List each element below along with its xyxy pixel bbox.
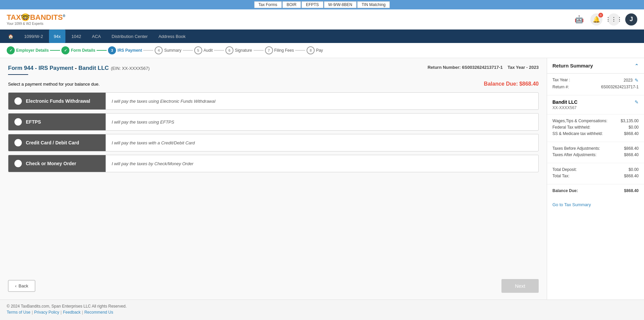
payment-option-eftps[interactable]: EFTPS I will pay the taxes using EFTPS — [8, 113, 539, 131]
total-tax-label: Total Tax: — [552, 174, 569, 178]
nav-1042-label: 1042 — [71, 34, 81, 39]
efw-desc: I will pay the taxes using Electronic Fu… — [106, 93, 538, 109]
check-label-text: Check or Money Order — [26, 161, 76, 166]
nav-distribution[interactable]: Distribution Center — [107, 30, 153, 43]
radio-check — [14, 160, 22, 167]
footer-feedback[interactable]: Feedback — [63, 310, 81, 315]
form-meta: Return Number: 6S0032624213717-1 Tax Yea… — [428, 65, 539, 70]
balance-due-label: Balance Due: — [484, 81, 518, 87]
form-company: Bandit LLC — [78, 65, 109, 71]
tax-year-label: Tax Year - — [507, 65, 528, 70]
payment-option-check[interactable]: Check or Money Order I will pay the taxe… — [8, 155, 539, 172]
step-form-details[interactable]: ✓ Form Details — [61, 46, 95, 54]
nav-1042[interactable]: 1042 — [67, 30, 86, 43]
mascot-icon[interactable]: 🤖 — [573, 13, 585, 26]
sidebar-after-adj-row: Taxes After Adjustments: $868.40 — [552, 152, 639, 157]
back-button[interactable]: ‹ Back — [8, 280, 35, 292]
step-employer[interactable]: ✓ Employer Details — [7, 46, 49, 54]
payment-option-eftps-label: EFTPS — [8, 113, 106, 130]
steps-bar: ✓ Employer Details ✓ Form Details 3 IRS … — [0, 43, 644, 58]
payment-option-efw[interactable]: Electronic Funds Withdrawal I will pay t… — [8, 92, 539, 110]
apps-grid-icon[interactable]: ⋮⋮⋮ — [608, 13, 620, 26]
logo-sub: Your 1099 & W2 Experts — [7, 22, 65, 26]
step-line-7 — [295, 50, 305, 51]
footer-recommend[interactable]: Recommend Us — [84, 310, 113, 315]
before-adj-label: Taxes Before Adjustments: — [552, 146, 600, 151]
step-signature[interactable]: 6 Signature — [225, 46, 252, 54]
balance-label: Balance Due: — [552, 188, 578, 193]
step-line-6 — [254, 50, 264, 51]
logo: TAX🤓BANDITS® Your 1099 & W2 Experts — [7, 13, 65, 26]
wages-label: Wages,Tips & Compensations: — [552, 119, 607, 123]
step-circle-4: 4 — [155, 46, 163, 54]
notifications-icon[interactable]: 🔔 0 — [590, 13, 602, 26]
footer-privacy[interactable]: Privacy Policy — [34, 310, 59, 315]
step-irs-payment[interactable]: 3 IRS Payment — [108, 46, 142, 54]
sidebar-ein: XX-XXXX567 — [552, 105, 578, 110]
sidebar-balance-section: Balance Due: $868.40 — [547, 184, 644, 199]
form-ein: (EIN: XX-XXXX567) — [111, 66, 150, 71]
step-circle-8: 8 — [307, 46, 315, 54]
sidebar-balance-row: Balance Due: $868.40 — [552, 188, 639, 193]
sidebar-federal-row: Federal Tax withheld: $0.00 — [552, 125, 639, 130]
go-to-tax-summary-link[interactable]: Go to Tax Summary — [552, 202, 591, 207]
step-line-2 — [97, 50, 107, 51]
step-filing-fees[interactable]: 7 Filing Fees — [265, 46, 294, 54]
nav-address-label: Address Book — [158, 34, 185, 39]
step-audit[interactable]: 5 Audit — [194, 46, 213, 54]
radio-eftps — [14, 118, 22, 126]
after-adj-label: Taxes After Adjustments: — [552, 152, 596, 157]
payment-header: Select a payment method for your balance… — [8, 81, 539, 87]
form-header: Form 944 - IRS Payment - Bandit LLC(EIN:… — [8, 65, 539, 72]
return-number-label: Return Number: — [428, 65, 461, 70]
return-number-value: 6S0032624213717-1 — [462, 65, 502, 70]
top-nav-w9[interactable]: W-9/W-8BEN — [324, 1, 357, 8]
home-nav-item[interactable]: 🏠 — [3, 30, 18, 43]
form-title: Form 944 - IRS Payment - Bandit LLC(EIN:… — [8, 65, 150, 71]
federal-label: Federal Tax withheld: — [552, 125, 590, 130]
nav-address[interactable]: Address Book — [154, 30, 190, 43]
top-nav-efpts[interactable]: EFPTS — [302, 1, 323, 8]
nav-94x-label: 94x — [54, 34, 61, 39]
payment-option-credit[interactable]: Credit Card / Debit Card I will pay the … — [8, 134, 539, 151]
step-line-1 — [50, 50, 60, 51]
step-summary[interactable]: 4 Summary — [155, 46, 181, 54]
top-nav-boir[interactable]: BOIR — [282, 1, 301, 8]
step-label-1: Employer Details — [16, 48, 49, 53]
form-title-area: Form 944 - IRS Payment - Bandit LLC(EIN:… — [8, 65, 150, 72]
sidebar-tax-year-row: Tax Year : 2023 ✎ — [552, 78, 639, 83]
nav-1099w2[interactable]: 1099/W-2 — [19, 30, 48, 43]
avatar[interactable]: J — [625, 13, 637, 26]
step-line-3 — [143, 50, 153, 51]
company-edit-icon[interactable]: ✎ — [635, 99, 639, 105]
before-adj-value: $868.40 — [624, 146, 639, 151]
nav-94x[interactable]: 94x — [49, 30, 65, 43]
bottom-bar: ‹ Back Next — [8, 269, 539, 293]
top-nav-tin[interactable]: TIN Matching — [357, 1, 390, 8]
footer-terms[interactable]: Terms of Use — [7, 310, 31, 315]
radio-credit — [14, 139, 22, 146]
logo-bandits: BANDITS — [30, 13, 63, 21]
balance-value: $868.40 — [624, 188, 639, 193]
sidebar-collapse-icon[interactable]: ⌃ — [635, 63, 639, 68]
nav-1099w2-label: 1099/W-2 — [24, 34, 43, 39]
content-area: Form 944 - IRS Payment - Bandit LLC(EIN:… — [0, 58, 547, 300]
radio-efw — [14, 97, 22, 105]
sidebar-company-name: Bandit LLC — [552, 99, 578, 105]
nav-aca[interactable]: ACA — [87, 30, 106, 43]
eftps-label-text: EFTPS — [26, 119, 41, 125]
sidebar-return-row: Return #: 6S0032624213717-1 — [552, 85, 639, 89]
next-button[interactable]: Next — [501, 279, 539, 293]
sidebar-tax-summary-link[interactable]: Go to Tax Summary — [547, 199, 644, 211]
top-nav-tax-forms[interactable]: Tax Forms — [254, 1, 282, 8]
select-payment-label: Select a payment method for your balance… — [8, 82, 100, 87]
back-arrow-icon: ‹ — [15, 283, 16, 288]
step-pay[interactable]: 8 Pay — [307, 46, 323, 54]
footer-links: Terms of Use | Privacy Policy | Feedback… — [7, 310, 637, 315]
after-adj-value: $868.40 — [624, 152, 639, 157]
sidebar-adjustments-section: Taxes Before Adjustments: $868.40 Taxes … — [547, 142, 644, 163]
tax-year-edit-icon[interactable]: ✎ — [635, 78, 639, 83]
sidebar-company-section: Bandit LLC XX-XXXX567 ✎ — [547, 95, 644, 115]
eftps-desc: I will pay the taxes using EFTPS — [106, 113, 538, 130]
home-icon: 🏠 — [8, 34, 13, 39]
